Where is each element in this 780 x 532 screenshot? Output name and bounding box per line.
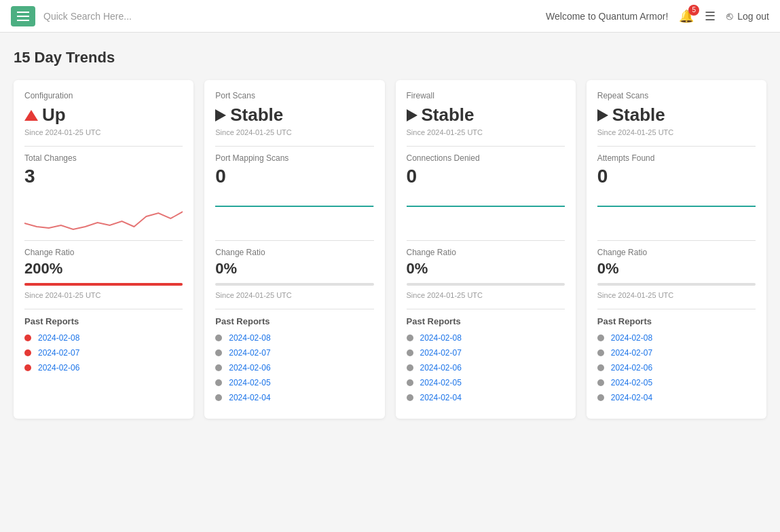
- past-reports-label: Past Reports: [215, 316, 373, 326]
- divider1: [24, 146, 183, 147]
- report-link[interactable]: 2024-02-08: [38, 333, 79, 343]
- divider3: [215, 309, 373, 309]
- status-play-icon: [597, 109, 608, 121]
- report-link[interactable]: 2024-02-05: [229, 378, 270, 387]
- report-item: 2024-02-07: [24, 348, 183, 358]
- report-link[interactable]: 2024-02-07: [229, 348, 270, 358]
- change-ratio-label: Change Ratio: [24, 248, 183, 257]
- divider2: [407, 240, 565, 241]
- divider3: [597, 309, 756, 309]
- search-input-label: Quick Search Here...: [43, 11, 546, 22]
- since-text: Since 2024-01-25 UTC: [597, 128, 756, 136]
- metric-value: 0: [407, 166, 565, 187]
- metric-label: Attempts Found: [597, 153, 756, 163]
- report-item: 2024-02-06: [407, 363, 565, 373]
- report-link[interactable]: 2024-02-04: [229, 393, 270, 402]
- report-item: 2024-02-08: [24, 333, 183, 343]
- card-status: Up: [24, 104, 183, 126]
- card-firewall: Firewall Stable Since 2024-01-25 UTC Con…: [396, 80, 576, 419]
- nav-right: Welcome to Quantum Armor! 🔔 5 ☰ ⎋ Log ou…: [546, 9, 769, 24]
- report-dot: [407, 394, 413, 401]
- report-link[interactable]: 2024-02-04: [611, 393, 652, 402]
- report-dot: [407, 379, 413, 386]
- since-text-bottom: Since 2024-01-25 UTC: [24, 291, 183, 299]
- report-dot: [407, 349, 413, 356]
- sparkline-container: [215, 193, 373, 233]
- change-ratio-value: 0%: [407, 260, 565, 278]
- status-text: Stable: [422, 104, 475, 126]
- since-text: Since 2024-01-25 UTC: [407, 128, 565, 136]
- report-dot: [24, 349, 31, 356]
- logout-button[interactable]: ⎋ Log out: [726, 10, 769, 22]
- menu-icon-line3: [17, 20, 29, 21]
- report-item: 2024-02-04: [597, 393, 756, 402]
- divider2: [24, 240, 183, 241]
- report-dot: [24, 364, 31, 371]
- card-section-label: Port Scans: [215, 91, 373, 100]
- divider2: [215, 240, 373, 241]
- report-dot: [597, 335, 604, 341]
- progress-bar: [407, 283, 565, 286]
- report-link[interactable]: 2024-02-08: [420, 333, 462, 343]
- divider3: [407, 309, 565, 309]
- report-link[interactable]: 2024-02-06: [38, 363, 79, 373]
- report-item: 2024-02-04: [215, 393, 373, 402]
- report-link[interactable]: 2024-02-06: [611, 363, 652, 373]
- past-reports-label: Past Reports: [597, 316, 756, 326]
- status-play-icon: [407, 109, 417, 121]
- divider1: [407, 146, 565, 147]
- menu-icon-line1: [17, 12, 29, 13]
- main-content: 15 Day Trends Configuration Up Since 202…: [0, 33, 780, 435]
- divider2: [597, 240, 756, 241]
- status-text: Stable: [612, 104, 665, 126]
- logout-label: Log out: [737, 11, 769, 22]
- past-reports-label: Past Reports: [407, 316, 565, 326]
- card-repeat-scans: Repeat Scans Stable Since 2024-01-25 UTC…: [587, 80, 766, 419]
- change-ratio-label: Change Ratio: [407, 248, 565, 257]
- status-triangle-icon: [24, 110, 38, 121]
- report-item: 2024-02-08: [407, 333, 565, 343]
- card-status: Stable: [215, 104, 373, 126]
- sparkline-container: [24, 193, 183, 233]
- report-link[interactable]: 2024-02-04: [420, 393, 462, 402]
- report-link[interactable]: 2024-02-05: [611, 378, 652, 387]
- change-ratio-value: 0%: [215, 260, 373, 278]
- report-item: 2024-02-08: [215, 333, 373, 343]
- report-link[interactable]: 2024-02-07: [420, 348, 462, 358]
- report-dot: [407, 364, 413, 371]
- progress-fill: [24, 283, 183, 286]
- progress-bar: [215, 283, 373, 286]
- card-section-label: Repeat Scans: [597, 91, 756, 100]
- metric-value: 3: [24, 166, 183, 187]
- since-text: Since 2024-01-25 UTC: [24, 128, 183, 136]
- report-link[interactable]: 2024-02-08: [611, 333, 652, 343]
- change-ratio-label: Change Ratio: [215, 248, 373, 257]
- navbar: Quick Search Here... Welcome to Quantum …: [0, 0, 780, 33]
- change-ratio-value: 0%: [597, 260, 756, 278]
- report-link[interactable]: 2024-02-07: [611, 348, 652, 358]
- divider1: [215, 146, 373, 147]
- status-play-icon: [215, 109, 226, 121]
- docs-icon[interactable]: ☰: [705, 9, 716, 24]
- card-port-scans: Port Scans Stable Since 2024-01-25 UTC P…: [204, 80, 384, 419]
- report-link[interactable]: 2024-02-05: [420, 378, 462, 387]
- change-ratio-label: Change Ratio: [597, 248, 756, 257]
- report-dot: [215, 379, 222, 386]
- card-configuration: Configuration Up Since 2024-01-25 UTC To…: [14, 80, 193, 419]
- menu-button[interactable]: [11, 6, 35, 26]
- report-link[interactable]: 2024-02-06: [229, 363, 270, 373]
- since-text-bottom: Since 2024-01-25 UTC: [407, 291, 565, 299]
- report-link[interactable]: 2024-02-06: [420, 363, 462, 373]
- card-status: Stable: [407, 104, 565, 126]
- metric-value: 0: [597, 166, 756, 187]
- report-link[interactable]: 2024-02-08: [229, 333, 270, 343]
- notification-bell[interactable]: 🔔 5: [679, 9, 694, 24]
- since-text: Since 2024-01-25 UTC: [215, 128, 373, 136]
- report-link[interactable]: 2024-02-07: [38, 348, 79, 358]
- card-status: Stable: [597, 104, 756, 126]
- metric-label: Port Mapping Scans: [215, 153, 373, 163]
- report-item: 2024-02-04: [407, 393, 565, 402]
- report-item: 2024-02-05: [215, 378, 373, 387]
- sparkline-container: [597, 193, 756, 233]
- sparkline-container: [407, 193, 565, 233]
